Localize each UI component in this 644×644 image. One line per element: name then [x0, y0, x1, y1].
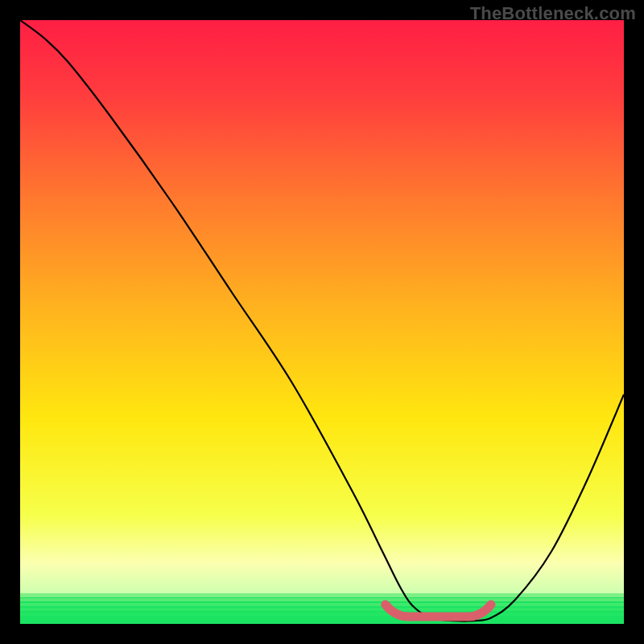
svg-rect-5 — [20, 613, 624, 616]
svg-rect-4 — [20, 608, 624, 611]
bottleneck-curve-chart — [20, 20, 624, 624]
chart-frame: TheBottleneck.com — [0, 0, 644, 644]
svg-rect-3 — [20, 603, 624, 606]
green-bands — [20, 593, 624, 624]
svg-rect-1 — [20, 593, 624, 597]
watermark-text: TheBottleneck.com — [470, 3, 636, 24]
gradient-background — [20, 20, 624, 624]
svg-rect-2 — [20, 598, 624, 601]
